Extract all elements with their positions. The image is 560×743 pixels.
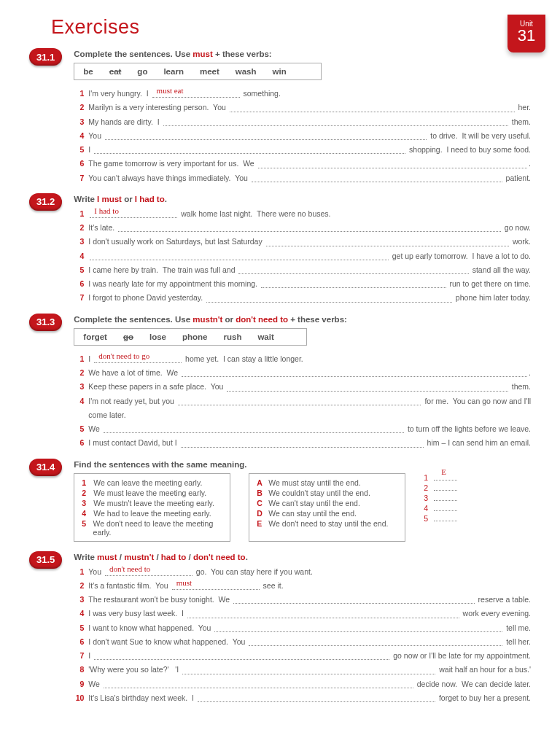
match-text: We mustn't leave the meeting early.: [93, 499, 214, 507]
answer-blank[interactable]: [94, 147, 405, 154]
answer-blank[interactable]: [227, 384, 508, 392]
instr-text: or: [122, 195, 135, 203]
answer-blank[interactable]: [258, 161, 527, 168]
answer-blank[interactable]: [105, 133, 427, 140]
verb-list-box: beeatgolearnmeetwashwin: [74, 63, 322, 80]
answer-blank[interactable]: [198, 695, 435, 702]
match-item: EWe don't need to stay until the end.: [257, 519, 397, 528]
sentence-text: You: [88, 566, 104, 577]
line-number: 5: [74, 144, 84, 155]
sentence-text: I: [88, 144, 93, 155]
line-number: 7: [74, 650, 84, 661]
line-number: 2: [74, 580, 84, 591]
instr-text: + these verbs:: [288, 315, 347, 324]
answer-blank[interactable]: [434, 494, 457, 501]
verb-list-box: forgetgolosephonerushwait: [74, 328, 307, 346]
answer-blank[interactable]: [182, 667, 435, 674]
answer-blank[interactable]: [90, 253, 388, 260]
match-right-box: AWe must stay until the end.BWe couldn't…: [249, 473, 405, 542]
answer-blank[interactable]: [94, 653, 389, 660]
line-number: 6: [74, 636, 84, 647]
answer-blank[interactable]: [104, 681, 413, 688]
answer-blank[interactable]: [182, 370, 527, 377]
sentence-text: phone him later today.: [454, 292, 531, 303]
answer-blank[interactable]: [178, 398, 421, 405]
match-item: 2We must leave the meeting early.: [82, 489, 222, 497]
answer-row: 4: [424, 504, 457, 513]
sentence-text: I was very busy last week. I: [88, 607, 186, 619]
answer-blank[interactable]: [214, 625, 502, 632]
answer-blank[interactable]: [118, 225, 501, 232]
line-number: 1: [74, 208, 84, 219]
line-number: 9: [74, 678, 84, 690]
sentence-line: 2It's a fantastic film. You must see it.: [74, 580, 531, 591]
exercise-pill: 31.4: [29, 459, 62, 476]
sentence-text: to turn off the lights before we leave.: [405, 423, 531, 435]
sentence-line: 1I'm very hungry. I must eat something.: [74, 87, 531, 99]
sentence-list: 1I don't need to go home yet. I can stay…: [74, 353, 531, 449]
verb-option: be: [83, 67, 93, 76]
sentence-text: wait half an hour for a bus.': [437, 664, 531, 675]
answer-blank[interactable]: [181, 440, 424, 448]
sentence-text: home yet. I can stay a little longer.: [183, 353, 303, 365]
answer-blank[interactable]: [434, 514, 457, 521]
sentence-text: come later.: [88, 409, 125, 421]
sentence-line: 4You to drive. It will be very useful.: [74, 130, 531, 141]
answer-blank[interactable]: don't need to go: [94, 356, 182, 363]
match-item: 5We don't need to leave the meeting earl…: [82, 519, 222, 537]
match-id: A: [257, 478, 264, 487]
sentence-text: We: [88, 423, 101, 435]
sentence-text: go now or I'll be late for my appointmen…: [391, 650, 531, 661]
sentence-line: 4 get up early tomorrow. I have a lot to…: [74, 250, 531, 262]
sentence-text: .: [529, 367, 531, 378]
line-number: 2: [74, 101, 84, 113]
sentence-line: 3My hands are dirty. I them.: [74, 116, 531, 128]
sentence-text: work.: [510, 236, 531, 247]
answer-blank[interactable]: must eat: [152, 90, 240, 98]
answer-blank[interactable]: [434, 504, 457, 511]
answer-blank[interactable]: [252, 175, 502, 182]
sentence-text: shopping. I need to buy some food.: [407, 144, 531, 155]
answer-blank[interactable]: [261, 281, 446, 288]
answer-row: 1E: [424, 473, 457, 482]
sentence-text: I'm very hungry. I: [88, 87, 150, 99]
answer-blank[interactable]: I had to: [90, 211, 177, 218]
answer-blank[interactable]: [206, 295, 452, 303]
answer-blank[interactable]: [163, 119, 508, 126]
answer-blank[interactable]: [238, 267, 468, 274]
answer-blank[interactable]: [434, 483, 457, 491]
answer-blank[interactable]: [233, 596, 475, 604]
line-number: 4: [74, 130, 84, 141]
answer-blank[interactable]: [187, 611, 459, 618]
answer-blank[interactable]: [249, 639, 502, 646]
sentence-text: something.: [241, 87, 281, 99]
instruction: Find the sentences with the same meaning…: [74, 460, 531, 469]
match-item: 1We can leave the meeting early.: [82, 478, 222, 487]
answer-blank[interactable]: [266, 239, 509, 246]
line-number: 1: [74, 566, 84, 577]
sentence-text: her.: [516, 101, 531, 113]
sentence-text: patient.: [504, 172, 531, 184]
keyword: mustn't: [192, 315, 222, 324]
sentence-text: I: [88, 650, 93, 661]
line-number: 7: [74, 172, 84, 184]
sentence-text: them.: [510, 381, 531, 392]
sentence-list: 1You don't need to go. You can stay here…: [74, 566, 531, 704]
sentence-line: 6I was nearly late for my appointment th…: [74, 278, 531, 289]
answer-blank[interactable]: don't need to: [105, 569, 192, 576]
sentence-line: 7I go now or I'll be late for my appoint…: [74, 650, 531, 661]
answer-blank[interactable]: [104, 426, 404, 433]
verb-option: learn: [163, 67, 184, 76]
answer-blank[interactable]: [230, 105, 515, 112]
sentence-line: 5I came here by train. The train was ful…: [74, 264, 531, 276]
instruction: Write I must or I had to.: [74, 195, 531, 203]
match-id: 5: [82, 519, 88, 537]
answer-blank[interactable]: E: [434, 473, 457, 481]
sentence-line: 4I'm not ready yet, but you for me. You …: [74, 395, 531, 407]
line-number: 7: [74, 292, 84, 303]
exercise-31-2: 31.2 Write I must or I had to. 1I had to…: [29, 195, 531, 304]
sentence-text: I'm not ready yet, but you: [88, 395, 176, 407]
instr-text: .: [165, 195, 167, 203]
sentence-text: forget to buy her a present.: [437, 692, 531, 704]
answer-blank[interactable]: must: [172, 583, 260, 590]
